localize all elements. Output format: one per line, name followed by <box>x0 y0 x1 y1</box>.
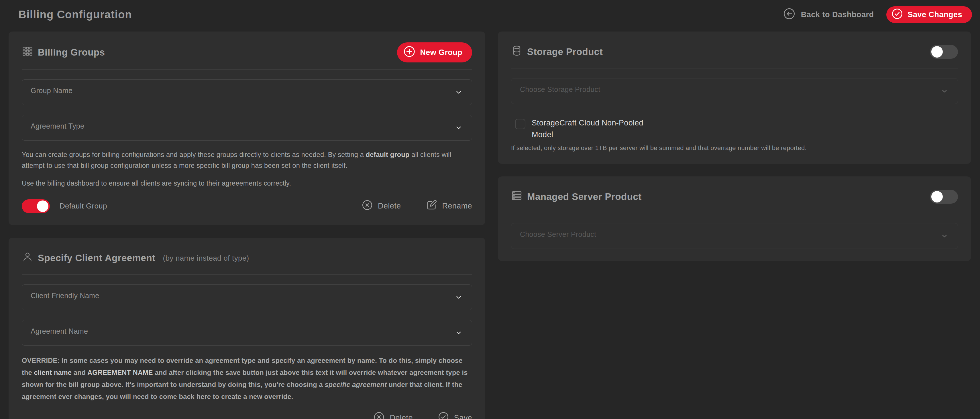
choose-storage-product-select[interactable]: Choose Storage Product <box>511 78 958 104</box>
client-friendly-name-label: Client Friendly Name <box>31 292 99 300</box>
delete-override-label: Delete <box>390 414 412 419</box>
chevron-down-icon <box>940 87 948 95</box>
billing-groups-description: You can create groups for billing config… <box>22 149 472 171</box>
plus-circle-icon <box>403 45 416 60</box>
rename-group-label: Rename <box>442 202 472 211</box>
person-icon <box>22 251 33 265</box>
choose-storage-product-label: Choose Storage Product <box>520 85 600 94</box>
default-group-toggle-row: Default Group <box>22 199 107 213</box>
agreement-name-label: Agreement Name <box>31 327 88 335</box>
billing-groups-header: Billing Groups New Group <box>22 42 472 62</box>
managed-server-title: Managed Server Product <box>511 190 642 204</box>
save-changes-label: Save Changes <box>907 10 962 19</box>
agreement-type-select[interactable]: Agreement Type <box>22 115 472 141</box>
delete-override-button[interactable]: Delete <box>373 411 412 419</box>
client-agreement-actions: Delete Save <box>22 411 472 419</box>
managed-server-header: Managed Server Product <box>511 187 958 206</box>
billing-groups-note: Use the billing dashboard to ensure all … <box>22 178 472 189</box>
storage-product-title: Storage Product <box>511 45 603 59</box>
override-description: OVERRIDE: In some cases you may need to … <box>22 355 472 403</box>
billing-groups-title-text: Billing Groups <box>38 47 105 58</box>
override-part-2: and <box>72 369 88 376</box>
toggle-knob <box>37 200 48 212</box>
default-group-label: Default Group <box>60 202 107 211</box>
divider <box>511 213 958 213</box>
chevron-down-icon <box>455 329 463 337</box>
non-pooled-model-description: If selected, only storage over 1TB per s… <box>511 144 958 152</box>
chevron-down-icon <box>455 88 463 96</box>
client-agreement-title: Specify Client Agreement (by name instea… <box>22 251 249 265</box>
page-title: Billing Configuration <box>18 9 132 21</box>
rename-group-button[interactable]: Rename <box>426 199 472 213</box>
client-agreement-title-text: Specify Client Agreement <box>38 252 156 263</box>
storage-product-card: Storage Product Choose Storage Product S… <box>498 32 971 164</box>
delete-group-button[interactable]: Delete <box>361 199 401 213</box>
new-group-label: New Group <box>420 48 462 57</box>
check-circle-icon <box>438 411 449 419</box>
right-column: Storage Product Choose Storage Product S… <box>498 32 971 261</box>
chevron-down-icon <box>940 232 948 240</box>
description-part-1: You can create groups for billing config… <box>22 151 366 159</box>
left-column: Billing Groups New Group Group Name Agre… <box>9 32 485 419</box>
x-circle-icon <box>361 199 373 213</box>
database-icon <box>511 45 522 59</box>
main-content: Billing Groups New Group Group Name Agre… <box>9 32 980 419</box>
chevron-down-icon <box>455 124 463 132</box>
chevron-down-icon <box>455 293 463 301</box>
override-italic: specific agreement <box>325 381 387 388</box>
grid-icon <box>22 46 33 59</box>
pencil-square-icon <box>426 199 438 213</box>
new-group-button[interactable]: New Group <box>397 42 472 62</box>
agreement-type-select-label: Agreement Type <box>31 122 84 130</box>
divider <box>511 68 958 68</box>
managed-server-title-text: Managed Server Product <box>527 191 642 202</box>
non-pooled-model-checkbox[interactable] <box>515 119 525 129</box>
save-changes-button[interactable]: Save Changes <box>886 6 972 23</box>
billing-groups-actions: Delete Rename <box>361 199 472 213</box>
override-bold-client-name: client name <box>34 369 72 376</box>
billing-groups-title: Billing Groups <box>22 46 105 59</box>
specify-client-agreement-card: Specify Client Agreement (by name instea… <box>9 238 485 419</box>
save-override-button[interactable]: Save <box>438 411 472 419</box>
billing-groups-footer: Default Group Delete Rename <box>22 199 472 213</box>
managed-server-toggle[interactable] <box>930 190 958 204</box>
toggle-knob <box>931 191 943 203</box>
non-pooled-model-label[interactable]: StorageCraft Cloud Non-Pooled Model <box>532 117 652 140</box>
storage-product-header: Storage Product <box>511 42 958 61</box>
agreement-name-select[interactable]: Agreement Name <box>22 320 472 346</box>
client-agreement-subtitle: (by name instead of type) <box>163 254 249 263</box>
managed-server-product-card: Managed Server Product Choose Server Pro… <box>498 176 971 261</box>
storage-product-toggle[interactable] <box>930 45 958 59</box>
client-friendly-name-select[interactable]: Client Friendly Name <box>22 284 472 310</box>
non-pooled-model-row: StorageCraft Cloud Non-Pooled Model <box>515 117 958 140</box>
override-bold-agreement-name: AGREEMENT NAME <box>88 369 153 376</box>
group-name-select-label: Group Name <box>31 86 73 95</box>
billing-groups-card: Billing Groups New Group Group Name Agre… <box>9 32 485 225</box>
divider <box>22 69 472 70</box>
x-circle-icon <box>373 411 385 419</box>
back-to-dashboard-button[interactable]: Back to Dashboard <box>783 7 874 22</box>
description-bold: default group <box>366 151 410 159</box>
client-agreement-header: Specify Client Agreement (by name instea… <box>22 249 472 268</box>
toggle-knob <box>931 46 943 57</box>
check-circle-icon <box>891 8 904 22</box>
choose-server-product-select[interactable]: Choose Server Product <box>511 223 958 249</box>
group-name-select[interactable]: Group Name <box>22 79 472 105</box>
topbar: Billing Configuration Back to Dashboard … <box>0 0 980 26</box>
topbar-actions: Back to Dashboard Save Changes <box>783 6 972 23</box>
choose-server-product-label: Choose Server Product <box>520 230 596 238</box>
storage-product-title-text: Storage Product <box>527 46 603 57</box>
arrow-left-circle-icon <box>783 7 796 22</box>
server-icon <box>511 190 522 204</box>
save-override-label: Save <box>454 414 472 419</box>
default-group-toggle[interactable] <box>22 199 50 213</box>
back-to-dashboard-label: Back to Dashboard <box>801 10 874 19</box>
delete-group-label: Delete <box>378 202 401 211</box>
